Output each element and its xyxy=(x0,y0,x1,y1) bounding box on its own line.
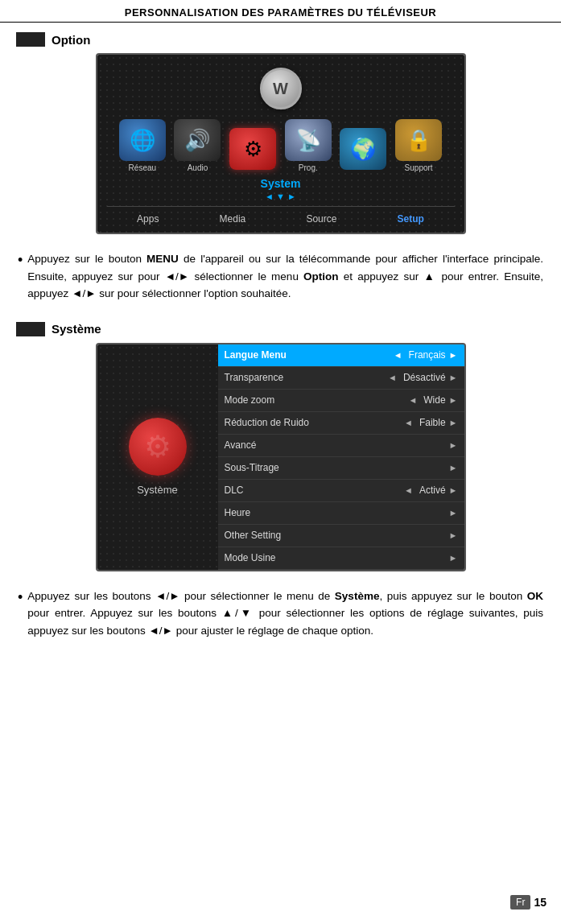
avance-arrow-right: ► xyxy=(449,440,458,450)
tv-nav-arrows: ◄ ▼ ► xyxy=(107,192,455,201)
othersetting-arrow-right: ► xyxy=(449,530,458,540)
speaker-icon: 🔊 xyxy=(174,119,221,161)
footer-lang: Fr xyxy=(510,895,530,910)
zoom-arrow-left: ◄ xyxy=(408,395,417,405)
body-bullet-1: • Appuyez sur le bouton MENU de l'appare… xyxy=(18,250,543,303)
transparence-value: Désactivé xyxy=(403,372,446,383)
langue-arrow-right: ► xyxy=(449,350,458,360)
tv-nav-source: Source xyxy=(306,213,336,225)
dlc-arrow-right: ► xyxy=(449,485,458,495)
tv-icon-support: 🔒 Support xyxy=(395,119,442,172)
page-header: PERSONNALISATION DES PARAMÈTRES DU TÉLÉV… xyxy=(0,0,561,23)
ruido-arrow-left: ◄ xyxy=(404,418,413,427)
soustitrage-label: Sous-Titrage xyxy=(225,462,449,473)
body-text-1: • Appuyez sur le bouton MENU de l'appare… xyxy=(0,244,561,317)
othersetting-label: Other Setting xyxy=(225,530,449,541)
globe2-icon: 🌍 xyxy=(340,128,386,170)
section1-bar xyxy=(16,32,45,47)
westinghouse-logo: W xyxy=(260,68,302,109)
ok-keyword: OK xyxy=(527,590,543,602)
reseau-label: Réseau xyxy=(129,163,156,172)
tv-nav-setup: Setup xyxy=(398,213,424,225)
tv-icon-reseau: 🌐 Réseau xyxy=(119,119,166,172)
page-footer: Fr 15 xyxy=(510,895,547,910)
heure-label: Heure xyxy=(225,507,449,518)
bullet-1: • xyxy=(18,250,23,270)
menu-row-langue: Langue Menu ◄ Français ► xyxy=(218,344,464,367)
body-paragraph-2: Appuyez sur les boutons ◄/► pour sélecti… xyxy=(27,588,543,640)
transparence-arrow-right: ► xyxy=(449,373,458,382)
ruido-label: Réduction de Ruido xyxy=(225,417,405,428)
menu-row-modeusine: Mode Usine ► xyxy=(218,547,464,570)
tv-nav-media: Media xyxy=(220,213,246,225)
section2-title-bar: Système xyxy=(16,322,545,336)
section2-bar xyxy=(16,322,45,336)
section1-title: Option xyxy=(52,33,90,47)
dlc-label: DLC xyxy=(225,485,405,496)
prog-label: Prog. xyxy=(299,163,318,172)
satellite-icon: 📡 xyxy=(285,119,332,161)
modeusine-label: Mode Usine xyxy=(225,552,449,563)
zoom-label: Mode zoom xyxy=(225,394,409,406)
system-ui-label: Système xyxy=(137,484,178,496)
tv-icons-row: 🌐 Réseau 🔊 Audio ⚙ 📡 Prog. 🌍 🔒 Supp xyxy=(107,119,455,172)
lock-icon: 🔒 xyxy=(395,119,442,161)
modeusine-arrow-right: ► xyxy=(449,553,458,563)
transparence-arrow-left: ◄ xyxy=(388,373,397,382)
tv-icon-prog: 📡 Prog. xyxy=(285,119,332,172)
transparence-label: Transparence xyxy=(225,372,389,383)
zoom-arrow-right: ► xyxy=(449,395,458,405)
section2-title: Système xyxy=(52,322,101,336)
menu-row-soustitrage: Sous-Titrage ► xyxy=(218,457,464,480)
langue-label: Langue Menu xyxy=(225,349,394,361)
globe-icon: 🌐 xyxy=(119,119,166,161)
langue-arrow-left: ◄ xyxy=(394,350,402,360)
heure-arrow-right: ► xyxy=(449,508,458,518)
menu-row-ruido: Réduction de Ruido ◄ Faible ► xyxy=(218,412,464,435)
menu-row-othersetting: Other Setting ► xyxy=(218,525,464,547)
bullet-2: • xyxy=(18,588,23,608)
tv-logo-area: W xyxy=(107,68,455,109)
soustitrage-arrow-right: ► xyxy=(449,463,458,472)
avance-label: Avancé xyxy=(225,439,449,451)
tv-icon-audio: 🔊 Audio xyxy=(174,119,221,172)
dlc-arrow-left: ◄ xyxy=(404,485,413,495)
dlc-value: Activé xyxy=(419,485,446,496)
gear-icon: ⚙ xyxy=(229,128,276,170)
system-gear-icon xyxy=(129,418,187,476)
menu-row-dlc: DLC ◄ Activé ► xyxy=(218,480,464,502)
system-ui-screenshot: Système Langue Menu ◄ Français ► Transpa… xyxy=(96,343,466,571)
body-paragraph-1: Appuyez sur le bouton MENU de l'appareil… xyxy=(27,250,543,303)
systeme-keyword: Système xyxy=(335,590,380,602)
menu-row-heure: Heure ► xyxy=(218,502,464,525)
menu-row-transparence: Transparence ◄ Désactivé ► xyxy=(218,367,464,390)
section1-title-bar: Option xyxy=(16,32,545,47)
tv-nav-apps: Apps xyxy=(137,213,159,225)
zoom-value: Wide xyxy=(423,394,445,406)
option-keyword: Option xyxy=(303,270,339,283)
system-menu-panel: Langue Menu ◄ Français ► Transparence ◄ … xyxy=(218,344,464,570)
footer-page-number: 15 xyxy=(534,896,547,909)
menu-keyword: MENU xyxy=(146,253,179,265)
tv-bottom-nav: Apps Media Source Setup xyxy=(107,206,455,225)
tv-icon-globe2: 🌍 xyxy=(340,128,386,172)
system-ui-left: Système xyxy=(97,344,218,570)
langue-value: Français xyxy=(409,349,446,361)
tv-icon-system: ⚙ xyxy=(229,128,276,172)
menu-row-zoom: Mode zoom ◄ Wide ► xyxy=(218,390,464,412)
ruido-arrow-right: ► xyxy=(449,418,458,427)
body-bullet-2: • Appuyez sur les boutons ◄/► pour sélec… xyxy=(18,588,543,640)
menu-row-avance: Avancé ► xyxy=(218,435,464,457)
support-label: Support xyxy=(405,163,433,172)
tv-ui-screenshot: W 🌐 Réseau 🔊 Audio ⚙ 📡 Prog. 🌍 xyxy=(96,53,466,234)
tv-system-label: System xyxy=(107,177,455,190)
body-text-2: • Appuyez sur les boutons ◄/► pour sélec… xyxy=(0,581,561,654)
audio-label: Audio xyxy=(188,163,208,172)
ruido-value: Faible xyxy=(419,417,446,428)
tv-ui-inner: W 🌐 Réseau 🔊 Audio ⚙ 📡 Prog. 🌍 xyxy=(97,55,464,233)
